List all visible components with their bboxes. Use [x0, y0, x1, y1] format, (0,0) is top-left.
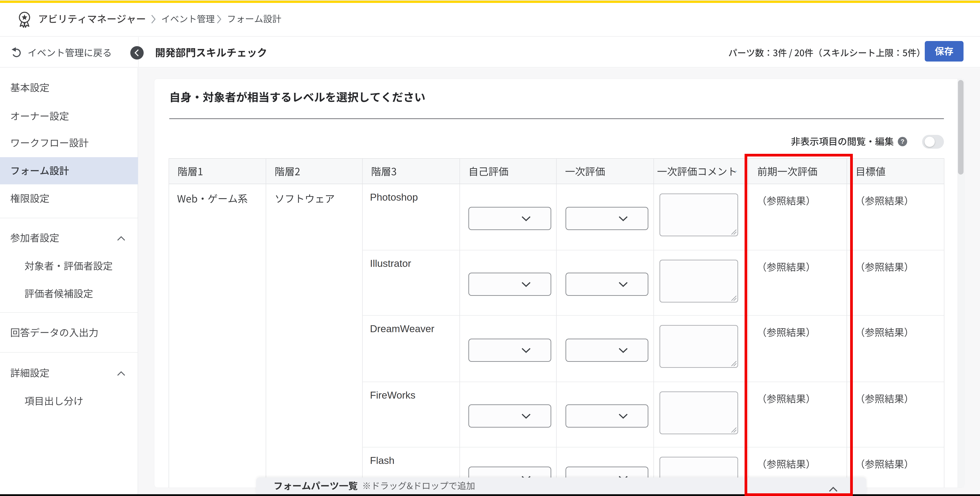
- svg-text:?: ?: [900, 138, 904, 145]
